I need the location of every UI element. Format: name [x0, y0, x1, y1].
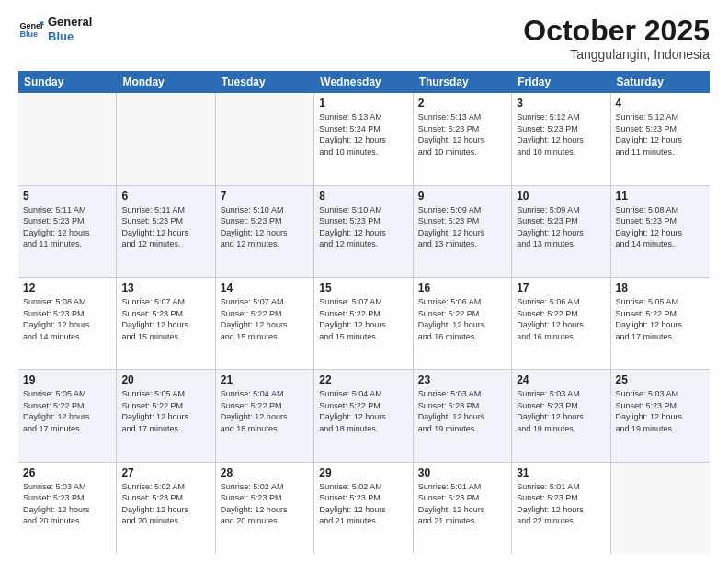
- day-cell-16: 16Sunrise: 5:06 AM Sunset: 5:22 PM Dayli…: [414, 278, 512, 369]
- day-cell-26: 26Sunrise: 5:03 AM Sunset: 5:23 PM Dayli…: [18, 463, 117, 554]
- day-info: Sunrise: 5:12 AM Sunset: 5:23 PM Dayligh…: [616, 111, 705, 157]
- day-cell-2: 2Sunrise: 5:13 AM Sunset: 5:23 PM Daylig…: [414, 93, 512, 184]
- day-number: 30: [418, 466, 506, 479]
- day-cell-11: 11Sunrise: 5:08 AM Sunset: 5:23 PM Dayli…: [611, 186, 710, 277]
- day-info: Sunrise: 5:13 AM Sunset: 5:24 PM Dayligh…: [319, 111, 407, 157]
- day-info: Sunrise: 5:13 AM Sunset: 5:23 PM Dayligh…: [418, 111, 506, 157]
- day-number: 6: [121, 190, 210, 202]
- day-cell-4: 4Sunrise: 5:12 AM Sunset: 5:23 PM Daylig…: [611, 93, 710, 184]
- weekday-header-sunday: Sunday: [18, 71, 117, 93]
- day-cell-18: 18Sunrise: 5:05 AM Sunset: 5:22 PM Dayli…: [611, 278, 710, 369]
- day-cell-17: 17Sunrise: 5:06 AM Sunset: 5:22 PM Dayli…: [512, 278, 610, 369]
- day-number: 21: [221, 373, 309, 386]
- day-cell-25: 25Sunrise: 5:03 AM Sunset: 5:23 PM Dayli…: [611, 370, 710, 461]
- day-number: 20: [121, 373, 210, 386]
- subtitle: Tanggulangin, Indonesia: [523, 47, 710, 62]
- day-info: Sunrise: 5:11 AM Sunset: 5:23 PM Dayligh…: [121, 204, 210, 250]
- day-cell-23: 23Sunrise: 5:03 AM Sunset: 5:23 PM Dayli…: [414, 370, 512, 461]
- day-info: Sunrise: 5:01 AM Sunset: 5:23 PM Dayligh…: [418, 481, 506, 527]
- day-number: 26: [23, 466, 111, 479]
- main-title: October 2025: [523, 15, 710, 47]
- day-number: 15: [319, 282, 407, 294]
- day-info: Sunrise: 5:02 AM Sunset: 5:23 PM Dayligh…: [121, 481, 210, 527]
- day-cell-27: 27Sunrise: 5:02 AM Sunset: 5:23 PM Dayli…: [117, 463, 215, 554]
- calendar-row-3: 19Sunrise: 5:05 AM Sunset: 5:22 PM Dayli…: [18, 370, 710, 462]
- day-number: 24: [517, 373, 605, 386]
- logo-line2: Blue: [48, 29, 92, 44]
- day-number: 28: [221, 466, 309, 479]
- day-number: 14: [221, 282, 309, 294]
- day-cell-15: 15Sunrise: 5:07 AM Sunset: 5:22 PM Dayli…: [314, 278, 413, 369]
- day-info: Sunrise: 5:06 AM Sunset: 5:22 PM Dayligh…: [517, 296, 605, 342]
- calendar-body: 1Sunrise: 5:13 AM Sunset: 5:24 PM Daylig…: [18, 93, 710, 554]
- empty-cell: [216, 93, 314, 184]
- day-cell-24: 24Sunrise: 5:03 AM Sunset: 5:23 PM Dayli…: [512, 370, 610, 461]
- svg-text:Blue: Blue: [19, 29, 38, 39]
- logo-icon: General Blue: [18, 17, 44, 42]
- page-container: General Blue General Blue October 2025 T…: [0, 0, 728, 563]
- weekday-header-wednesday: Wednesday: [314, 71, 413, 93]
- day-number: 9: [418, 190, 506, 202]
- day-info: Sunrise: 5:02 AM Sunset: 5:23 PM Dayligh…: [221, 481, 309, 527]
- day-number: 2: [418, 97, 506, 109]
- calendar: SundayMondayTuesdayWednesdayThursdayFrid…: [18, 71, 710, 554]
- day-cell-10: 10Sunrise: 5:09 AM Sunset: 5:23 PM Dayli…: [512, 186, 610, 277]
- day-number: 19: [23, 373, 111, 386]
- day-number: 12: [23, 282, 111, 294]
- day-cell-14: 14Sunrise: 5:07 AM Sunset: 5:22 PM Dayli…: [216, 278, 314, 369]
- day-info: Sunrise: 5:07 AM Sunset: 5:23 PM Dayligh…: [121, 296, 210, 342]
- day-info: Sunrise: 5:03 AM Sunset: 5:23 PM Dayligh…: [23, 481, 111, 527]
- day-info: Sunrise: 5:05 AM Sunset: 5:22 PM Dayligh…: [616, 296, 705, 342]
- day-info: Sunrise: 5:05 AM Sunset: 5:22 PM Dayligh…: [23, 388, 111, 434]
- day-info: Sunrise: 5:08 AM Sunset: 5:23 PM Dayligh…: [616, 204, 705, 250]
- day-cell-7: 7Sunrise: 5:10 AM Sunset: 5:23 PM Daylig…: [216, 186, 314, 277]
- day-info: Sunrise: 5:07 AM Sunset: 5:22 PM Dayligh…: [221, 296, 309, 342]
- day-number: 1: [319, 97, 407, 109]
- day-info: Sunrise: 5:11 AM Sunset: 5:23 PM Dayligh…: [23, 204, 111, 250]
- title-block: October 2025 Tanggulangin, Indonesia: [523, 15, 710, 62]
- calendar-row-4: 26Sunrise: 5:03 AM Sunset: 5:23 PM Dayli…: [18, 463, 710, 554]
- day-cell-6: 6Sunrise: 5:11 AM Sunset: 5:23 PM Daylig…: [117, 186, 215, 277]
- day-cell-19: 19Sunrise: 5:05 AM Sunset: 5:22 PM Dayli…: [18, 370, 117, 461]
- day-cell-31: 31Sunrise: 5:01 AM Sunset: 5:23 PM Dayli…: [512, 463, 610, 554]
- day-number: 17: [517, 282, 605, 294]
- day-number: 10: [517, 190, 605, 202]
- day-info: Sunrise: 5:05 AM Sunset: 5:22 PM Dayligh…: [121, 388, 210, 434]
- day-number: 7: [221, 190, 309, 202]
- day-cell-28: 28Sunrise: 5:02 AM Sunset: 5:23 PM Dayli…: [216, 463, 314, 554]
- weekday-header-saturday: Saturday: [611, 71, 710, 93]
- day-number: 22: [319, 373, 407, 386]
- day-cell-30: 30Sunrise: 5:01 AM Sunset: 5:23 PM Dayli…: [414, 463, 512, 554]
- day-info: Sunrise: 5:08 AM Sunset: 5:23 PM Dayligh…: [23, 296, 111, 342]
- day-number: 3: [517, 97, 605, 109]
- day-number: 18: [616, 282, 705, 294]
- day-number: 8: [319, 190, 407, 202]
- calendar-row-2: 12Sunrise: 5:08 AM Sunset: 5:23 PM Dayli…: [18, 278, 710, 370]
- day-info: Sunrise: 5:01 AM Sunset: 5:23 PM Dayligh…: [517, 481, 605, 527]
- weekday-header-tuesday: Tuesday: [216, 71, 314, 93]
- day-info: Sunrise: 5:09 AM Sunset: 5:23 PM Dayligh…: [418, 204, 506, 250]
- day-number: 5: [23, 190, 111, 202]
- weekday-header-monday: Monday: [117, 71, 215, 93]
- day-info: Sunrise: 5:10 AM Sunset: 5:23 PM Dayligh…: [221, 204, 309, 250]
- day-cell-13: 13Sunrise: 5:07 AM Sunset: 5:23 PM Dayli…: [117, 278, 215, 369]
- header: General Blue General Blue October 2025 T…: [18, 15, 710, 62]
- day-number: 11: [616, 190, 705, 202]
- day-cell-22: 22Sunrise: 5:04 AM Sunset: 5:22 PM Dayli…: [314, 370, 413, 461]
- empty-cell: [611, 463, 710, 554]
- day-info: Sunrise: 5:09 AM Sunset: 5:23 PM Dayligh…: [517, 204, 605, 250]
- empty-cell: [117, 93, 215, 184]
- day-info: Sunrise: 5:04 AM Sunset: 5:22 PM Dayligh…: [319, 388, 407, 434]
- calendar-row-1: 5Sunrise: 5:11 AM Sunset: 5:23 PM Daylig…: [18, 186, 710, 278]
- day-number: 4: [616, 97, 705, 109]
- day-cell-3: 3Sunrise: 5:12 AM Sunset: 5:23 PM Daylig…: [512, 93, 610, 184]
- logo-line1: General: [48, 15, 92, 29]
- day-info: Sunrise: 5:03 AM Sunset: 5:23 PM Dayligh…: [616, 388, 705, 434]
- day-number: 13: [121, 282, 210, 294]
- day-cell-1: 1Sunrise: 5:13 AM Sunset: 5:24 PM Daylig…: [314, 93, 413, 184]
- day-number: 25: [616, 373, 705, 386]
- day-info: Sunrise: 5:02 AM Sunset: 5:23 PM Dayligh…: [319, 481, 407, 527]
- day-info: Sunrise: 5:12 AM Sunset: 5:23 PM Dayligh…: [517, 111, 605, 157]
- day-info: Sunrise: 5:06 AM Sunset: 5:22 PM Dayligh…: [418, 296, 506, 342]
- day-number: 31: [517, 466, 605, 479]
